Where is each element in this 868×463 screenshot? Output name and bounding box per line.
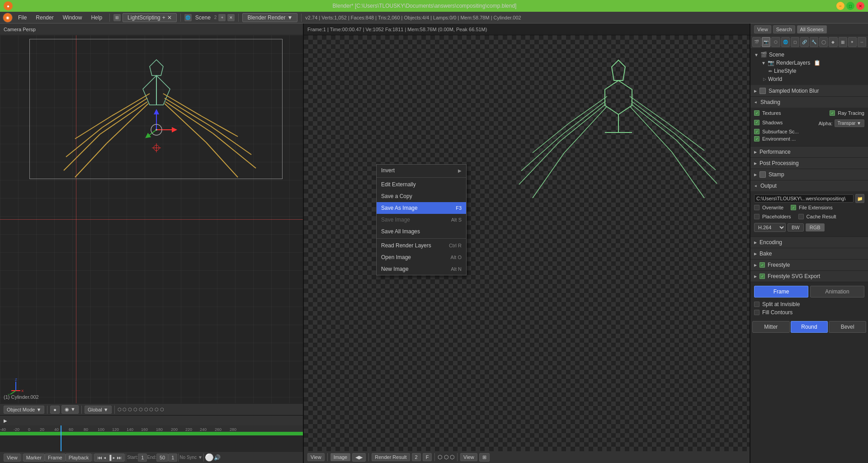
file-menu[interactable]: File (14, 12, 30, 23)
frame-btn[interactable]: Frame (754, 286, 808, 298)
render-canvas[interactable]: Invert ▶ Edit Externally Save a Copy Sav… (304, 35, 750, 451)
object-mode-btn[interactable]: Object Mode ▼ (4, 406, 44, 414)
encoding-header[interactable]: ▶ Encoding (750, 237, 868, 248)
record-btn[interactable]: ⚪ (205, 453, 214, 462)
render-result-btn[interactable]: Render Result (372, 453, 410, 461)
output-header[interactable]: ▼ Output (750, 180, 868, 191)
render-view-btn[interactable]: View (307, 453, 325, 461)
render-mode-btn[interactable]: ◀▶ (352, 453, 366, 462)
maximize-button[interactable]: □ (846, 2, 854, 10)
prop-icon-data[interactable]: ◯ (819, 37, 828, 47)
ctx-save-all-images[interactable]: Save All Images (377, 226, 466, 237)
file-ext-checkbox[interactable]: ✓ (791, 205, 796, 210)
close-button[interactable]: ✕ (856, 2, 864, 10)
minimize-button[interactable]: − (836, 2, 844, 10)
mitter-btn[interactable]: Mitter (752, 321, 790, 333)
ctx-new-image[interactable]: New Image Alt N (377, 263, 466, 275)
rgb-btn[interactable]: RGB (806, 223, 825, 232)
renderer-select[interactable]: Blender Render ▼ (242, 13, 297, 22)
help-menu[interactable]: Help (87, 12, 106, 23)
format-select[interactable]: H.264 (754, 223, 786, 232)
scene-add[interactable]: + (218, 14, 226, 21)
render-view-btn-2[interactable]: View (460, 453, 477, 461)
ctx-invert[interactable]: Invert ▶ (377, 165, 466, 176)
timeline-cursor[interactable] (61, 425, 61, 452)
alpha-select[interactable]: Transpar ▼ (835, 119, 864, 127)
transform-orient-btn[interactable]: Global ▼ (85, 406, 112, 414)
freestyle-checkbox[interactable]: ✓ (760, 262, 765, 268)
post-processing-header[interactable]: ▶ Post Processing (750, 158, 868, 169)
shading-header[interactable]: ▼ Shading (750, 97, 868, 108)
ctx-read-render-layers[interactable]: Read Render Layers Ctrl R (377, 240, 466, 251)
ctx-save-image[interactable]: Save Image Alt S (377, 214, 466, 226)
audio-btn[interactable]: 🔊 (214, 454, 221, 461)
prop-icon-modifier[interactable]: 🔧 (810, 37, 818, 47)
ctx-edit-externally[interactable]: Edit Externally (377, 179, 466, 190)
freestyle-header[interactable]: ▶ ✓ Freestyle (750, 260, 868, 270)
view-btn[interactable]: View (754, 25, 771, 33)
shadows-checkbox[interactable]: ✓ (754, 120, 760, 125)
ctx-save-as-image[interactable]: Save As Image F3 (377, 202, 466, 214)
render-fit-btn[interactable]: ⊞ (479, 453, 490, 462)
all-scenes-btn[interactable]: All Scenes (797, 25, 827, 33)
search-btn[interactable]: Search (773, 25, 795, 33)
end-frame-input[interactable]: 50 (156, 454, 168, 462)
workspace-tag[interactable]: LightScripting + ✕ (123, 13, 177, 22)
window-menu[interactable]: Window (59, 12, 86, 23)
prop-icon-scene[interactable]: 🎬 (752, 37, 761, 47)
tree-scene[interactable]: ▼ 🎬 Scene (752, 51, 866, 59)
prop-icon-object[interactable]: ◻ (791, 37, 799, 47)
tree-world[interactable]: ▷ World (760, 75, 866, 83)
view-pivot-btn[interactable]: ● (50, 406, 60, 414)
output-path-input[interactable] (754, 194, 854, 203)
ctx-save-copy[interactable]: Save a Copy (377, 190, 466, 202)
textures-checkbox[interactable]: ✓ (754, 110, 760, 116)
sampled-motion-blur-header[interactable]: ▶ Sampled Motion Blur (750, 85, 868, 96)
animation-btn[interactable]: Animation (810, 286, 864, 298)
tree-render-layers[interactable]: ▼ 📷 RenderLayers 📋 (760, 59, 866, 67)
status-playback-btn[interactable]: Playback (66, 454, 92, 462)
subsurface-checkbox[interactable]: ✓ (754, 129, 760, 134)
bake-header[interactable]: ▶ Bake (750, 248, 868, 259)
round-btn[interactable]: Round (791, 321, 828, 333)
output-folder-btn[interactable]: 📁 (855, 194, 864, 203)
bevel-btn[interactable]: Bevel (829, 321, 866, 333)
playback-controls[interactable]: ⏮ ◀ ▐ ▶ ⏭ (94, 454, 125, 462)
prop-icon-world[interactable]: 🌐 (781, 37, 790, 47)
prop-icon-constraints[interactable]: 🔗 (800, 37, 809, 47)
prop-icon-texture[interactable]: ▦ (839, 37, 847, 47)
bw-btn[interactable]: BW (788, 223, 804, 232)
blender-menu-logo[interactable]: ◉ (3, 13, 13, 23)
render-menu[interactable]: Render (32, 12, 57, 23)
performance-header[interactable]: ▶ Performance (750, 146, 868, 157)
render-f-btn[interactable]: F (423, 453, 432, 461)
tree-linestyle[interactable]: ✏ LineStyle (767, 67, 866, 75)
start-frame-input[interactable]: 1 (138, 454, 147, 462)
fill-contours-checkbox[interactable] (754, 310, 760, 315)
cache-result-checkbox[interactable] (798, 214, 804, 219)
ctx-open-image[interactable]: Open Image Alt O (377, 251, 466, 263)
environment-checkbox[interactable]: ✓ (754, 136, 760, 142)
prop-icon-material[interactable]: ◆ (829, 37, 837, 47)
placeholders-checkbox[interactable] (754, 214, 760, 219)
viewport-canvas[interactable]: Z X Y (1) Cylinder.002 (0, 35, 303, 403)
prop-icon-particles[interactable]: ✦ (848, 37, 857, 47)
status-frame-btn[interactable]: Frame (45, 454, 66, 462)
workspace-add[interactable]: + (162, 14, 165, 21)
status-marker-btn[interactable]: Marker (23, 454, 45, 462)
current-frame-input[interactable]: 1 (168, 454, 177, 462)
stamp-header[interactable]: ▶ Stamp (750, 169, 868, 180)
prop-icon-render[interactable]: 📷 (762, 37, 770, 47)
freestyle-svg-header[interactable]: ▶ ✓ Freestyle SVG Export (750, 271, 868, 282)
overwrite-checkbox[interactable] (754, 205, 760, 210)
mode-selector[interactable]: Object Mode ▼ (4, 406, 44, 414)
prop-icon-layers[interactable]: ⬡ (771, 37, 780, 47)
timeline-canvas[interactable]: -40 -20 0 20 40 60 80 100 120 140 160 18… (0, 425, 303, 452)
pivot-type-btn[interactable]: ◉ ▼ (61, 405, 79, 414)
scene-close[interactable]: ✕ (227, 14, 235, 21)
workspace-close[interactable]: ✕ (167, 14, 172, 21)
freestyle-svg-checkbox[interactable]: ✓ (760, 274, 765, 279)
render-image-btn[interactable]: Image (330, 453, 351, 461)
prop-icon-physics[interactable]: ↔ (858, 37, 866, 47)
status-view-btn[interactable]: View (4, 454, 21, 462)
